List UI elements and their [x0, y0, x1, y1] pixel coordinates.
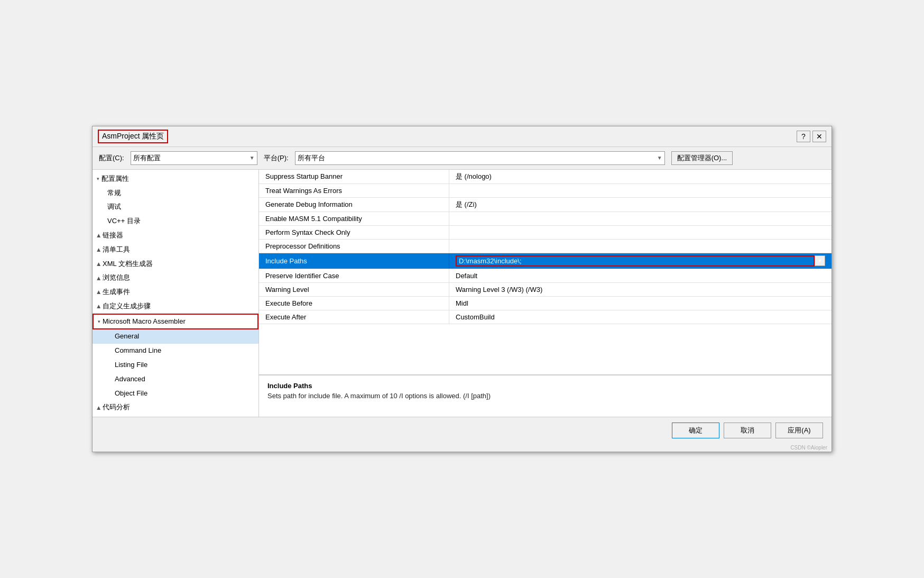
prop-value-suppress-banner: 是 (/nologo) [449, 170, 831, 184]
description-text: Sets path for include file. A maximum of… [267, 392, 823, 400]
tree-item-manifest[interactable]: ▶ 清单工具 [93, 243, 258, 257]
prop-name-preserve-case: Preserve Identifier Case [259, 269, 449, 282]
tree-item-general[interactable]: 常规 [93, 186, 258, 200]
cancel-button[interactable]: 取消 [724, 423, 771, 438]
prop-name-warning-level: Warning Level [259, 283, 449, 296]
tree-item-build-events-label: 生成事件 [103, 287, 130, 298]
prop-value-include-paths: D:\masm32\include\; ▼ [449, 253, 831, 269]
expand-icon: ▾ [97, 175, 99, 182]
prop-row-masm51[interactable]: Enable MASM 5.1 Compatibility [259, 212, 831, 226]
prop-value-syntax-check [449, 226, 831, 239]
prop-row-warning-level[interactable]: Warning Level Warning Level 3 (/W3) (/W3… [259, 283, 831, 297]
tree-item-manifest-label: 清单工具 [103, 244, 130, 255]
prop-value-execute-before: Midl [449, 297, 831, 310]
tree-item-vcpp[interactable]: VC++ 目录 [93, 214, 258, 228]
tree-item-xml[interactable]: ▶ XML 文档生成器 [93, 257, 258, 271]
title-buttons: ? ✕ [797, 131, 826, 142]
title-bar-left: AsmProject 属性页 [98, 130, 168, 143]
tree-item-masm[interactable]: ▾ Microsoft Macro Assembler [93, 314, 258, 330]
prop-value-preproc-defs [449, 240, 831, 253]
prop-name-preproc-defs: Preprocessor Definitions [259, 240, 449, 253]
platform-select-value: 所有平台 [298, 153, 325, 163]
tree-item-linker-label: 链接器 [103, 230, 123, 241]
title-bar: AsmProject 属性页 ? ✕ [93, 126, 831, 147]
prop-value-treat-warnings [449, 184, 831, 197]
left-panel: ▾ 配置属性 常规 调试 VC++ 目录 ▶ 链接器 ▶ 清单工具 ▶ XML … [93, 170, 259, 417]
linker-expand-icon: ▶ [95, 234, 102, 237]
prop-row-debug-info[interactable]: Generate Debug Information 是 (/Zi) [259, 198, 831, 212]
tree-item-code-analysis[interactable]: ▶ 代码分析 [93, 400, 258, 415]
tree-item-custom-build-label: 自定义生成步骤 [103, 301, 151, 312]
tree-item-xml-label: XML 文档生成器 [103, 259, 153, 270]
prop-row-include-paths[interactable]: Include Paths D:\masm32\include\; ▼ [259, 253, 831, 269]
config-select-arrow: ▼ [250, 155, 255, 161]
description-title: Include Paths [267, 382, 823, 390]
platform-select[interactable]: 所有平台 ▼ [295, 151, 665, 165]
prop-row-execute-after[interactable]: Execute After CustomBuild [259, 310, 831, 324]
code-analysis-expand-icon: ▶ [95, 406, 102, 409]
config-manager-button[interactable]: 配置管理器(O)... [671, 151, 733, 165]
tree-item-linker[interactable]: ▶ 链接器 [93, 228, 258, 243]
prop-row-preproc-defs[interactable]: Preprocessor Definitions [259, 240, 831, 253]
prop-name-treat-warnings: Treat Warnings As Errors [259, 184, 449, 197]
browse-expand-icon: ▶ [95, 276, 102, 280]
platform-label: 平台(P): [264, 153, 289, 163]
build-events-expand-icon: ▶ [95, 290, 102, 294]
help-button[interactable]: ? [797, 131, 810, 142]
xml-expand-icon: ▶ [95, 262, 102, 265]
tree-item-browse-label: 浏览信息 [103, 272, 130, 283]
masm-expand-icon: ▾ [98, 318, 100, 325]
prop-value-preserve-case: Default [449, 269, 831, 282]
platform-select-arrow: ▼ [657, 155, 662, 161]
tree-item-label: 配置属性 [101, 173, 129, 185]
tree-item-config-props[interactable]: ▾ 配置属性 [93, 172, 258, 186]
tree-item-debug[interactable]: 调试 [93, 200, 258, 214]
prop-value-execute-after: CustomBuild [449, 310, 831, 324]
prop-name-include-paths: Include Paths [259, 253, 449, 269]
prop-name-execute-before: Execute Before [259, 297, 449, 310]
tree-item-browse[interactable]: ▶ 浏览信息 [93, 271, 258, 285]
property-table: Suppress Startup Banner 是 (/nologo) Trea… [259, 170, 831, 375]
tree-item-masm-listing[interactable]: Listing File [93, 358, 258, 372]
prop-name-syntax-check: Perform Syntax Check Only [259, 226, 449, 239]
watermark: CSDN ©Aiopler [93, 444, 831, 452]
manifest-expand-icon: ▶ [95, 248, 102, 252]
custom-build-expand-icon: ▶ [95, 305, 102, 308]
tree-item-masm-general[interactable]: General [93, 329, 258, 344]
prop-value-masm51 [449, 212, 831, 225]
prop-value-warning-level: Warning Level 3 (/W3) (/W3) [449, 283, 831, 296]
prop-row-preserve-case[interactable]: Preserve Identifier Case Default [259, 269, 831, 283]
toolbar-row: 配置(C): 所有配置 ▼ 平台(P): 所有平台 ▼ 配置管理器(O)... [93, 147, 831, 169]
prop-row-execute-before[interactable]: Execute Before Midl [259, 297, 831, 310]
tree-item-masm-cmdline[interactable]: Command Line [93, 344, 258, 358]
prop-name-masm51: Enable MASM 5.1 Compatibility [259, 212, 449, 225]
prop-row-syntax-check[interactable]: Perform Syntax Check Only [259, 226, 831, 240]
tree-item-code-analysis-label: 代码分析 [103, 402, 130, 413]
prop-name-execute-after: Execute After [259, 310, 449, 324]
main-content: ▾ 配置属性 常规 调试 VC++ 目录 ▶ 链接器 ▶ 清单工具 ▶ XML … [93, 169, 831, 417]
config-select-value: 所有配置 [133, 153, 161, 163]
close-button[interactable]: ✕ [812, 131, 826, 142]
tree-item-custom-build[interactable]: ▶ 自定义生成步骤 [93, 299, 258, 314]
property-dialog: AsmProject 属性页 ? ✕ 配置(C): 所有配置 ▼ 平台(P): … [92, 126, 832, 453]
description-panel: Include Paths Sets path for include file… [259, 374, 831, 417]
prop-row-suppress-banner[interactable]: Suppress Startup Banner 是 (/nologo) [259, 170, 831, 184]
dialog-title: AsmProject 属性页 [98, 130, 168, 143]
apply-button[interactable]: 应用(A) [775, 423, 823, 438]
prop-name-debug-info: Generate Debug Information [259, 198, 449, 212]
tree-item-masm-label: Microsoft Macro Assembler [103, 316, 186, 327]
prop-row-treat-warnings[interactable]: Treat Warnings As Errors [259, 184, 831, 198]
tree-item-masm-object[interactable]: Object File [93, 387, 258, 401]
tree-item-masm-advanced[interactable]: Advanced [93, 372, 258, 387]
tree-item-build-events[interactable]: ▶ 生成事件 [93, 285, 258, 299]
ok-button[interactable]: 确定 [672, 423, 719, 438]
prop-name-suppress-banner: Suppress Startup Banner [259, 170, 449, 184]
bottom-bar: 确定 取消 应用(A) [93, 417, 831, 444]
prop-value-debug-info: 是 (/Zi) [449, 198, 831, 212]
config-select[interactable]: 所有配置 ▼ [131, 151, 257, 165]
config-label: 配置(C): [99, 153, 124, 163]
right-panel: Suppress Startup Banner 是 (/nologo) Trea… [259, 170, 831, 417]
include-paths-dropdown-btn[interactable]: ▼ [815, 255, 825, 266]
